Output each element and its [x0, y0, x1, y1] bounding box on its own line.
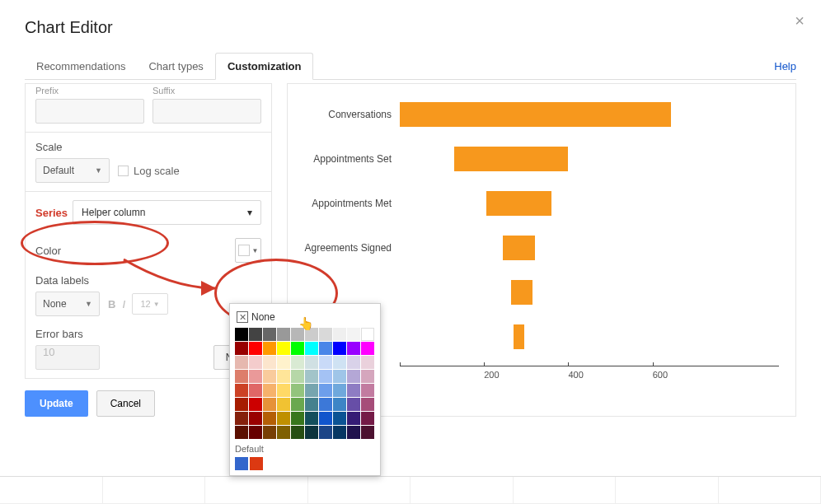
update-button[interactable]: Update — [25, 390, 88, 417]
color-swatch[interactable] — [333, 342, 346, 355]
color-swatch[interactable] — [291, 342, 304, 355]
color-swatch[interactable] — [347, 384, 360, 397]
tab-customization[interactable]: Customization — [215, 53, 314, 80]
color-swatch[interactable] — [305, 356, 318, 369]
color-swatch[interactable] — [347, 398, 360, 411]
series-select[interactable]: Helper column ▾ — [73, 200, 261, 225]
color-swatch[interactable] — [361, 370, 374, 383]
color-swatch[interactable] — [277, 356, 290, 369]
color-swatch[interactable] — [333, 426, 346, 439]
color-swatch[interactable] — [277, 342, 290, 355]
color-swatch[interactable] — [263, 328, 276, 341]
color-swatch[interactable] — [291, 398, 304, 411]
color-swatch[interactable] — [235, 398, 248, 411]
color-swatch[interactable] — [347, 426, 360, 439]
suffix-input[interactable] — [152, 99, 261, 124]
color-swatch[interactable] — [249, 342, 262, 355]
color-swatch[interactable] — [277, 384, 290, 397]
color-swatch[interactable] — [277, 370, 290, 383]
color-swatch[interactable] — [263, 356, 276, 369]
prefix-input[interactable] — [35, 99, 144, 124]
color-swatch[interactable] — [361, 328, 374, 341]
tab-recommendations[interactable]: Recommendations — [25, 54, 137, 79]
color-swatch[interactable] — [291, 356, 304, 369]
color-swatch[interactable] — [347, 412, 360, 425]
color-swatch[interactable] — [277, 398, 290, 411]
color-swatch[interactable] — [333, 384, 346, 397]
color-swatch[interactable] — [235, 356, 248, 369]
color-swatch[interactable] — [333, 370, 346, 383]
color-swatch[interactable] — [361, 342, 374, 355]
color-swatch[interactable] — [277, 328, 290, 341]
color-swatch[interactable] — [361, 412, 374, 425]
color-swatch[interactable] — [235, 370, 248, 383]
color-swatch[interactable] — [319, 426, 332, 439]
color-swatch[interactable] — [305, 370, 318, 383]
color-swatch[interactable] — [235, 426, 248, 439]
color-swatch[interactable] — [319, 356, 332, 369]
color-swatch[interactable] — [263, 412, 276, 425]
color-swatch[interactable] — [277, 412, 290, 425]
color-swatch[interactable] — [277, 426, 290, 439]
color-swatch[interactable] — [319, 342, 332, 355]
tab-chart-types[interactable]: Chart types — [137, 54, 214, 79]
color-swatch[interactable] — [263, 342, 276, 355]
color-swatch[interactable] — [333, 398, 346, 411]
font-size-select[interactable]: 12 ▼ — [132, 293, 168, 315]
color-swatch[interactable] — [361, 384, 374, 397]
color-swatch[interactable] — [263, 426, 276, 439]
color-swatch[interactable] — [305, 412, 318, 425]
color-swatch[interactable] — [347, 328, 360, 341]
color-default-swatch[interactable] — [250, 457, 263, 470]
color-swatch[interactable] — [249, 398, 262, 411]
color-swatch[interactable] — [263, 398, 276, 411]
color-swatch[interactable] — [319, 412, 332, 425]
color-swatch[interactable] — [305, 328, 318, 341]
color-swatch[interactable] — [249, 356, 262, 369]
color-swatch[interactable] — [347, 342, 360, 355]
color-swatch[interactable] — [291, 370, 304, 383]
color-swatch[interactable] — [249, 328, 262, 341]
help-link[interactable]: Help — [774, 54, 796, 79]
color-swatch[interactable] — [291, 426, 304, 439]
cancel-button[interactable]: Cancel — [96, 390, 155, 417]
color-swatch[interactable] — [263, 370, 276, 383]
color-swatch[interactable] — [291, 328, 304, 341]
color-swatch[interactable] — [291, 384, 304, 397]
color-swatch[interactable] — [249, 370, 262, 383]
color-swatch[interactable] — [305, 398, 318, 411]
color-swatch[interactable] — [263, 384, 276, 397]
color-swatch[interactable] — [305, 342, 318, 355]
italic-button[interactable]: I — [122, 298, 125, 310]
color-swatch[interactable] — [305, 426, 318, 439]
color-swatch[interactable] — [319, 398, 332, 411]
color-swatch[interactable] — [235, 384, 248, 397]
close-icon[interactable]: × — [795, 12, 805, 30]
color-swatch[interactable] — [235, 342, 248, 355]
color-default-swatch[interactable] — [235, 457, 248, 470]
color-swatch[interactable] — [249, 412, 262, 425]
color-none-option[interactable]: ✕ None — [235, 309, 375, 328]
color-swatch[interactable] — [361, 398, 374, 411]
color-swatch[interactable] — [305, 384, 318, 397]
bold-button[interactable]: B — [108, 298, 115, 310]
data-labels-select[interactable]: None ▼ — [35, 292, 100, 316]
color-swatch-button[interactable]: ▼ — [235, 238, 261, 263]
color-swatch[interactable] — [319, 370, 332, 383]
color-swatch[interactable] — [347, 370, 360, 383]
color-swatch[interactable] — [333, 356, 346, 369]
color-swatch[interactable] — [347, 356, 360, 369]
color-swatch[interactable] — [319, 328, 332, 341]
color-swatch[interactable] — [235, 328, 248, 341]
color-swatch[interactable] — [361, 426, 374, 439]
color-swatch[interactable] — [235, 412, 248, 425]
log-scale-checkbox[interactable]: Log scale — [118, 165, 180, 177]
color-swatch[interactable] — [333, 412, 346, 425]
color-swatch[interactable] — [249, 384, 262, 397]
scale-select[interactable]: Default ▼ — [35, 158, 110, 183]
error-bars-input[interactable]: 10 — [35, 345, 100, 370]
color-swatch[interactable] — [291, 412, 304, 425]
color-swatch[interactable] — [361, 356, 374, 369]
color-swatch[interactable] — [249, 426, 262, 439]
color-swatch[interactable] — [333, 328, 346, 341]
